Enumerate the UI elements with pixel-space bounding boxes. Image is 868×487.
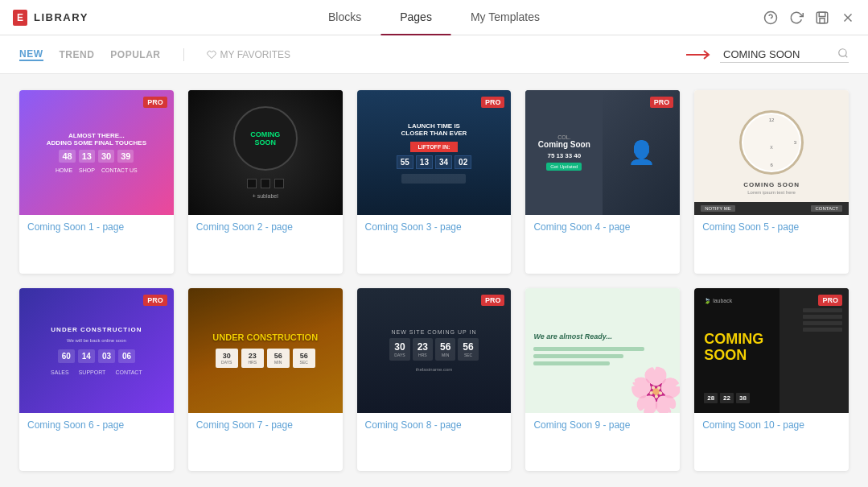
svg-line-9	[845, 56, 848, 58]
header: E LIBRARY Blocks Pages My Templates	[0, 0, 868, 35]
svg-point-8	[839, 49, 846, 56]
card-label-6: Coming Soon 6 - page	[19, 413, 174, 437]
card-thumb-5: 12 3 6 x COMING SOON Lorem ipsum text he…	[694, 90, 849, 215]
card-2[interactable]: COMINGSOON + sublabel Coming Soon 2 - pa…	[188, 90, 343, 274]
logo-text: LIBRARY	[34, 11, 88, 23]
card-4[interactable]: PRO COL. Coming Soon 75133340 Get Update…	[525, 90, 680, 274]
card-label-10: Coming Soon 10 - page	[694, 413, 849, 437]
header-actions	[763, 10, 855, 25]
card-3[interactable]: PRO LAUNCH TIME ISCLOSER THAN EVER LIFTO…	[357, 90, 512, 274]
tab-pages[interactable]: Pages	[381, 0, 451, 35]
logo-icon: E	[13, 10, 27, 26]
card-thumb-4: PRO COL. Coming Soon 75133340 Get Update…	[525, 90, 680, 215]
pro-badge-3: PRO	[481, 97, 505, 108]
card-label-8: Coming Soon 8 - page	[357, 413, 512, 437]
card-label-4: Coming Soon 4 - page	[525, 215, 680, 239]
card-label-2: Coming Soon 2 - page	[188, 215, 343, 239]
card-thumb-3: PRO LAUNCH TIME ISCLOSER THAN EVER LIFTO…	[357, 90, 512, 215]
pro-badge-1: PRO	[143, 97, 167, 108]
filter-bar: NEW TREND POPULAR MY FAVORITES	[0, 35, 868, 74]
card-thumb-2: COMINGSOON + sublabel	[188, 90, 343, 215]
card-label-3: Coming Soon 3 - page	[357, 215, 512, 239]
card-thumb-7: UNDER CONSTRUCTION 30 DAYS 23 HRS 56 MIN	[188, 288, 343, 413]
card-10[interactable]: PRO 🍃 lauback COMINGSOON 28 22 38 • • •	[694, 288, 849, 472]
pro-badge-6: PRO	[143, 295, 167, 306]
card-7[interactable]: UNDER CONSTRUCTION 30 DAYS 23 HRS 56 MIN	[188, 288, 343, 472]
refresh-icon[interactable]	[789, 10, 804, 25]
pro-badge-8: PRO	[481, 295, 505, 306]
filter-trend[interactable]: TREND	[60, 49, 95, 60]
card-6[interactable]: PRO UNDER CONSTRUCTION We will be back o…	[19, 288, 174, 472]
template-grid: PRO ALMOST THERE...ADDING SOME FINAL TOU…	[0, 74, 868, 487]
tab-blocks[interactable]: Blocks	[309, 0, 381, 35]
search-area	[686, 47, 849, 63]
pro-badge-4: PRO	[650, 97, 674, 108]
search-icon[interactable]	[837, 47, 849, 61]
card-9[interactable]: 🌸 We are almost Ready... Coming Soon 9 -…	[525, 288, 680, 472]
svg-rect-3	[819, 12, 825, 16]
filter-tabs: NEW TREND POPULAR MY FAVORITES	[19, 48, 290, 61]
filter-divider	[183, 48, 184, 61]
card-thumb-1: PRO ALMOST THERE...ADDING SOME FINAL TOU…	[19, 90, 174, 215]
pro-badge-10: PRO	[818, 295, 842, 306]
svg-rect-4	[820, 18, 825, 23]
filter-favorites[interactable]: MY FAVORITES	[207, 49, 291, 60]
tab-my-templates[interactable]: My Templates	[451, 0, 559, 35]
card-thumb-9: 🌸 We are almost Ready...	[525, 288, 680, 413]
favorites-label: MY FAVORITES	[220, 49, 291, 60]
card-label-9: Coming Soon 9 - page	[525, 413, 680, 437]
filter-new[interactable]: NEW	[19, 48, 43, 61]
save-icon[interactable]	[815, 10, 829, 25]
filter-popular[interactable]: POPULAR	[110, 49, 160, 60]
search-input[interactable]	[720, 47, 849, 63]
logo-area: E LIBRARY	[13, 10, 109, 26]
card-5[interactable]: 12 3 6 x COMING SOON Lorem ipsum text he…	[694, 90, 849, 274]
card-1[interactable]: PRO ALMOST THERE...ADDING SOME FINAL TOU…	[19, 90, 174, 274]
card-label-1: Coming Soon 1 - page	[19, 215, 174, 239]
nav-tabs: Blocks Pages My Templates	[309, 0, 559, 35]
search-arrow	[686, 48, 715, 61]
card-8[interactable]: PRO NEW SITE COMING UP IN 30 DAYS 23 HRS…	[357, 288, 512, 472]
card-label-7: Coming Soon 7 - page	[188, 413, 343, 437]
close-icon[interactable]	[841, 10, 855, 25]
card-thumb-8: PRO NEW SITE COMING UP IN 30 DAYS 23 HRS…	[357, 288, 512, 413]
card-thumb-10: PRO 🍃 lauback COMINGSOON 28 22 38 • • •	[694, 288, 849, 413]
help-icon[interactable]	[763, 10, 778, 25]
card-thumb-6: PRO UNDER CONSTRUCTION We will be back o…	[19, 288, 174, 413]
card-label-5: Coming Soon 5 - page	[694, 215, 849, 239]
